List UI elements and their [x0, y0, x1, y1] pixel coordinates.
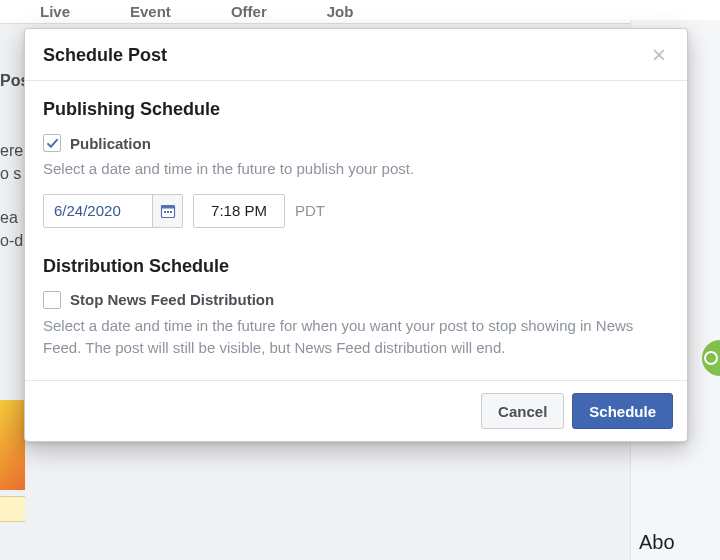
- checkmark-icon: [46, 137, 59, 150]
- bg-text: o s: [0, 163, 25, 185]
- svg-rect-1: [161, 205, 174, 208]
- bg-left-rail: Pos ere o s ea o-d: [0, 70, 25, 550]
- distribution-heading: Distribution Schedule: [43, 256, 669, 277]
- publication-checkbox[interactable]: [43, 134, 61, 152]
- bg-tab-job: Job: [327, 3, 354, 20]
- time-input[interactable]: 7:18 PM: [193, 194, 285, 228]
- publication-checkbox-label: Publication: [70, 135, 151, 152]
- modal-header: Schedule Post ×: [25, 29, 687, 81]
- bg-thumbnail: [0, 400, 25, 490]
- stop-distribution-checkbox-label: Stop News Feed Distribution: [70, 291, 274, 308]
- svg-rect-3: [167, 211, 169, 213]
- close-button[interactable]: ×: [649, 46, 669, 66]
- svg-rect-2: [164, 211, 166, 213]
- close-icon: ×: [652, 41, 666, 68]
- publication-row: Publication: [43, 134, 669, 152]
- publishing-helper: Select a date and time in the future to …: [43, 158, 669, 180]
- bg-text: Abo: [639, 531, 675, 554]
- publishing-heading: Publishing Schedule: [43, 99, 669, 120]
- bg-tab-live: Live: [40, 3, 70, 20]
- modal-body: Publishing Schedule Publication Select a…: [25, 81, 687, 380]
- stop-distribution-row: Stop News Feed Distribution: [43, 291, 669, 309]
- bg-tab-event: Event: [130, 3, 171, 20]
- schedule-button[interactable]: Schedule: [572, 393, 673, 429]
- bg-tab-offer: Offer: [231, 3, 267, 20]
- stop-distribution-checkbox[interactable]: [43, 291, 61, 309]
- bg-composer-tabs: Live Event Offer Job: [0, 0, 720, 24]
- distribution-helper: Select a date and time in the future for…: [43, 315, 669, 359]
- time-value: 7:18 PM: [211, 202, 267, 219]
- modal-footer: Cancel Schedule: [25, 380, 687, 441]
- datetime-row: 7:18 PM PDT: [43, 194, 669, 228]
- schedule-post-modal: Schedule Post × Publishing Schedule Publ…: [24, 28, 688, 442]
- svg-rect-4: [170, 211, 172, 213]
- bg-text: ere: [0, 140, 25, 162]
- bg-chip: [0, 496, 25, 522]
- bg-text: ea: [0, 207, 25, 229]
- bg-text: Pos: [0, 70, 25, 92]
- bg-text: o-d: [0, 230, 25, 252]
- cancel-button[interactable]: Cancel: [481, 393, 564, 429]
- modal-title: Schedule Post: [43, 45, 167, 66]
- date-input[interactable]: [44, 195, 152, 227]
- timezone-label: PDT: [295, 202, 325, 219]
- date-field[interactable]: [43, 194, 183, 228]
- calendar-button[interactable]: [152, 195, 182, 227]
- calendar-icon: [160, 203, 176, 219]
